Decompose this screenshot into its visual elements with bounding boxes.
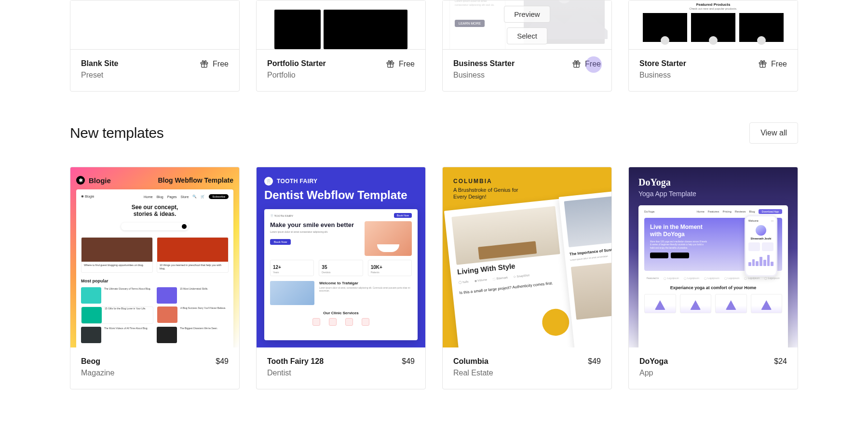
hero-image: [365, 221, 412, 256]
template-card-columbia[interactable]: COLUMBIA A Brushstroke of Genius for Eve…: [442, 167, 612, 389]
template-card-blank-site[interactable]: Blank Site Preset Free: [70, 0, 240, 92]
brand-name: TOOTH FAIRY: [277, 178, 317, 185]
hero-sub: Lorem ipsum dolor sit amet consectetur a…: [270, 230, 360, 233]
services-title: Our Clinic Services: [270, 311, 412, 315]
accent-circle: [541, 307, 571, 337]
section-label: Most popular: [81, 279, 229, 283]
list-item: The Biggest Disasters We've Seen.: [180, 327, 229, 343]
card-footer: Business Starter Business Free: [443, 49, 611, 91]
card-footer: Store Starter Business Free: [629, 49, 798, 91]
thumbnail-block: [274, 10, 321, 49]
template-card-business-starter[interactable]: Who we are Lorem ipsum dolor sit amet co…: [442, 0, 612, 92]
brand-name: DoYoga: [638, 177, 788, 188]
template-title: Portfolio Starter: [267, 59, 326, 68]
gift-icon: [572, 59, 581, 68]
template-category: App: [639, 369, 668, 377]
template-title: Tooth Fairy 128: [267, 357, 324, 366]
brand-logo: SnapShot: [516, 274, 529, 278]
brand-tagline: Blog Webflow Template: [158, 176, 233, 184]
nav-cta: Subscribe: [209, 194, 229, 199]
appstore-badge: [650, 253, 668, 258]
card-footer: Tooth Fairy 128 Dentist $49: [257, 347, 425, 389]
brand-tagline: Yoga App Template: [638, 190, 788, 198]
new-templates-row: ✱ Blogie Blog Webflow Template ✱ Blogie …: [70, 167, 798, 389]
template-thumbnail: [70, 0, 239, 49]
hero-cta: Book Now: [270, 239, 291, 245]
nav-item: Blog: [749, 210, 755, 213]
brand-icon: 🦷: [264, 177, 273, 186]
card-footer: DoYoga App $24: [629, 347, 798, 389]
template-category: Business: [639, 71, 686, 80]
nav-item: Home: [697, 210, 705, 213]
stat-label: Years: [273, 271, 311, 274]
stat-label: Patients: [371, 271, 409, 274]
template-thumbnail: DoYoga Yoga App Template DoYoga Home Fea…: [629, 167, 798, 347]
playstore-badge: [671, 253, 689, 258]
card-footer: Columbia Real Estate $49: [443, 347, 611, 389]
brand-tagline: A Brushstroke of Genius for Every Design…: [453, 187, 526, 200]
template-card-beog[interactable]: ✱ Blogie Blog Webflow Template ✱ Blogie …: [70, 167, 240, 389]
nav-cta: Download App: [759, 209, 782, 214]
template-thumbnail: [257, 0, 425, 49]
brand-logo: Volume: [477, 278, 488, 282]
template-title: DoYoga: [639, 357, 668, 366]
section-title: New templates: [70, 125, 164, 141]
list-item: The Ultimate Glossary of Terms About Blo…: [104, 287, 153, 304]
template-title: Business Starter: [453, 59, 515, 68]
nav-item: Home: [144, 195, 153, 199]
phone-mockup: Welcome⋯ Shreenath Joshi: [745, 215, 777, 277]
template-category: Business: [453, 71, 515, 80]
featured-item: Logoipsum: [768, 277, 779, 280]
select-button[interactable]: Select: [507, 27, 547, 44]
featured-label: Featured in: [647, 277, 659, 280]
stat-value: 35: [322, 265, 327, 270]
search-bar: [121, 223, 189, 230]
template-card-doyoga[interactable]: DoYoga Yoga App Template DoYoga Home Fea…: [628, 167, 798, 389]
brand-headline: Dentist Webflow Template: [264, 188, 418, 202]
brand-name: COLUMBIA: [453, 178, 611, 185]
template-title: Columbia: [453, 357, 493, 366]
list-item: A Blog Success Story You'll Never Believ…: [180, 307, 229, 324]
thumbnail-block: [324, 10, 407, 49]
template-card-portfolio-starter[interactable]: Portfolio Starter Portfolio Free: [256, 0, 426, 92]
brand-logo: hulls: [462, 280, 469, 283]
preview-button[interactable]: Preview: [504, 6, 550, 23]
stat-value: 12+: [273, 265, 281, 270]
thumb-inner-sub: Check out new and popular products.: [629, 7, 798, 13]
nav-item: Reviews: [735, 210, 746, 213]
section-title: Experiance yoga at comfort of your Home: [644, 285, 782, 290]
starter-templates-row: Blank Site Preset Free Portfolio Star: [70, 0, 798, 92]
nav-item: Store: [181, 195, 189, 199]
template-card-tooth-fairy[interactable]: 🦷 TOOTH FAIRY Dentist Webflow Template 🦷…: [256, 167, 426, 389]
nav-item: Features: [708, 210, 719, 213]
template-title: Blank Site: [81, 59, 118, 68]
nav-brand: DoYoga: [644, 210, 654, 213]
nav-item: Pricing: [722, 210, 731, 213]
stat-label: Dentists: [322, 271, 360, 274]
nav-brand: TOOTH FAIRY: [274, 214, 294, 217]
nav-brand: Blogie: [85, 195, 94, 198]
gift-icon: [386, 59, 395, 68]
view-all-button[interactable]: View all: [749, 122, 798, 144]
template-category: Real Estate: [453, 369, 493, 377]
thumb-inner-button: LEARN MORE: [455, 20, 485, 27]
featured-item: Logoipsum: [667, 277, 679, 280]
template-thumbnail: 🦷 TOOTH FAIRY Dentist Webflow Template 🦷…: [257, 167, 425, 347]
brand-logo: Bitemark: [496, 276, 508, 280]
featured-item: Logoipsum: [748, 277, 760, 280]
template-category: Magazine: [81, 369, 114, 377]
card-footer: Beog Magazine $49: [70, 347, 239, 389]
template-card-store-starter[interactable]: Featured Products Check out new and popu…: [628, 0, 798, 92]
hero-title: Make your smile even better: [270, 221, 360, 229]
template-category: Preset: [81, 71, 118, 80]
stat-value: 10K+: [371, 265, 382, 270]
hero-line: See our concept,: [132, 204, 178, 211]
hero-body: More than 100 yoga and meditation classe…: [650, 240, 708, 250]
hero-line: stories & ideas.: [134, 211, 176, 217]
template-price: $49: [588, 357, 601, 366]
template-thumbnail: COLUMBIA A Brushstroke of Genius for Eve…: [443, 167, 611, 347]
template-category: Dentist: [267, 369, 324, 377]
template-price: Free: [585, 60, 601, 68]
gift-icon: [200, 59, 209, 68]
thumb-inner-heading: Featured Products: [629, 0, 798, 7]
